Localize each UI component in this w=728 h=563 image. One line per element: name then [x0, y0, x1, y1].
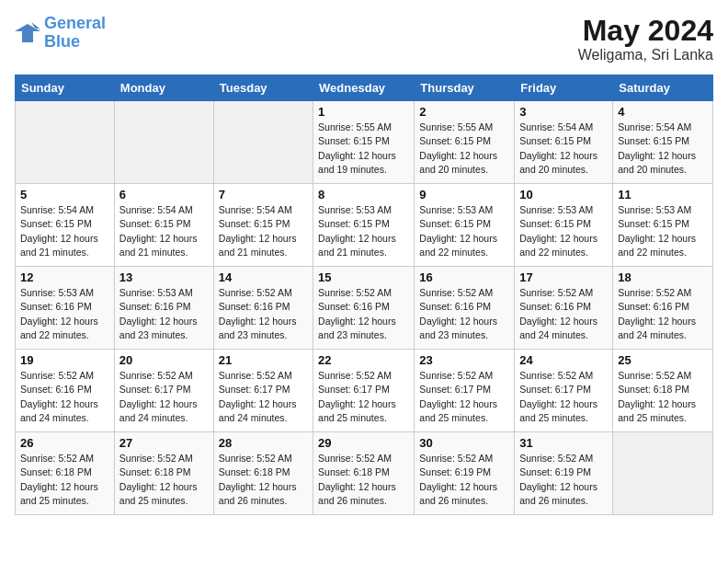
day-number: 19 [20, 353, 109, 367]
day-number: 29 [318, 436, 409, 450]
day-info: Sunrise: 5:52 AM Sunset: 6:16 PM Dayligh… [618, 286, 708, 342]
calendar-cell: 20Sunrise: 5:52 AM Sunset: 6:17 PM Dayli… [114, 350, 213, 432]
day-info: Sunrise: 5:52 AM Sunset: 6:16 PM Dayligh… [318, 286, 409, 342]
calendar-cell: 23Sunrise: 5:52 AM Sunset: 6:17 PM Dayli… [415, 350, 515, 432]
day-info: Sunrise: 5:53 AM Sunset: 6:15 PM Dayligh… [519, 203, 608, 259]
calendar-cell: 4Sunrise: 5:54 AM Sunset: 6:15 PM Daylig… [613, 101, 713, 184]
day-info: Sunrise: 5:52 AM Sunset: 6:18 PM Dayligh… [119, 452, 209, 508]
day-info: Sunrise: 5:54 AM Sunset: 6:15 PM Dayligh… [219, 203, 308, 259]
calendar-cell: 29Sunrise: 5:52 AM Sunset: 6:18 PM Dayli… [313, 432, 415, 515]
day-number: 17 [519, 270, 608, 284]
calendar-cell: 9Sunrise: 5:53 AM Sunset: 6:15 PM Daylig… [415, 184, 515, 267]
day-info: Sunrise: 5:53 AM Sunset: 6:15 PM Dayligh… [618, 203, 708, 259]
month-year-title: May 2024 [578, 15, 713, 47]
day-number: 30 [419, 436, 509, 450]
calendar-cell: 5Sunrise: 5:54 AM Sunset: 6:15 PM Daylig… [16, 184, 115, 267]
day-number: 16 [419, 270, 509, 284]
logo-icon [15, 22, 40, 44]
day-info: Sunrise: 5:52 AM Sunset: 6:16 PM Dayligh… [219, 286, 308, 342]
day-info: Sunrise: 5:52 AM Sunset: 6:17 PM Dayligh… [219, 369, 308, 425]
day-info: Sunrise: 5:52 AM Sunset: 6:17 PM Dayligh… [318, 369, 409, 425]
calendar-cell: 26Sunrise: 5:52 AM Sunset: 6:18 PM Dayli… [16, 432, 115, 515]
day-number: 8 [318, 188, 409, 201]
calendar-header-row: SundayMondayTuesdayWednesdayThursdayFrid… [16, 75, 713, 101]
logo: General Blue [15, 15, 106, 52]
day-number: 25 [618, 353, 708, 367]
calendar-week-row: 12Sunrise: 5:53 AM Sunset: 6:16 PM Dayli… [16, 267, 713, 350]
day-info: Sunrise: 5:52 AM Sunset: 6:18 PM Dayligh… [20, 452, 109, 508]
day-info: Sunrise: 5:53 AM Sunset: 6:15 PM Dayligh… [419, 203, 509, 259]
calendar-week-row: 1Sunrise: 5:55 AM Sunset: 6:15 PM Daylig… [16, 101, 713, 184]
calendar-cell: 27Sunrise: 5:52 AM Sunset: 6:18 PM Dayli… [114, 432, 213, 515]
calendar-cell [213, 101, 313, 184]
calendar-cell: 25Sunrise: 5:52 AM Sunset: 6:18 PM Dayli… [613, 350, 713, 432]
calendar-cell: 31Sunrise: 5:52 AM Sunset: 6:19 PM Dayli… [515, 432, 613, 515]
calendar-cell [16, 101, 115, 184]
weekday-header: Saturday [613, 75, 713, 101]
day-number: 9 [419, 188, 509, 201]
day-info: Sunrise: 5:54 AM Sunset: 6:15 PM Dayligh… [519, 121, 608, 177]
day-number: 4 [618, 105, 708, 119]
calendar-cell: 19Sunrise: 5:52 AM Sunset: 6:16 PM Dayli… [16, 350, 115, 432]
calendar-cell: 3Sunrise: 5:54 AM Sunset: 6:15 PM Daylig… [515, 101, 613, 184]
day-number: 23 [419, 353, 509, 367]
day-number: 26 [20, 436, 109, 450]
title-area: May 2024 Weligama, Sri Lanka [578, 15, 713, 63]
day-info: Sunrise: 5:52 AM Sunset: 6:18 PM Dayligh… [318, 452, 409, 508]
day-number: 20 [119, 353, 209, 367]
calendar-cell: 30Sunrise: 5:52 AM Sunset: 6:19 PM Dayli… [415, 432, 515, 515]
logo-line1: General [44, 14, 106, 32]
day-number: 1 [318, 105, 409, 119]
weekday-header: Monday [114, 75, 213, 101]
day-number: 7 [219, 188, 308, 201]
calendar-cell: 13Sunrise: 5:53 AM Sunset: 6:16 PM Dayli… [114, 267, 213, 350]
day-number: 31 [519, 436, 608, 450]
calendar-cell: 22Sunrise: 5:52 AM Sunset: 6:17 PM Dayli… [313, 350, 415, 432]
day-info: Sunrise: 5:52 AM Sunset: 6:18 PM Dayligh… [219, 452, 308, 508]
calendar-cell: 15Sunrise: 5:52 AM Sunset: 6:16 PM Dayli… [313, 267, 415, 350]
calendar-cell: 1Sunrise: 5:55 AM Sunset: 6:15 PM Daylig… [313, 101, 415, 184]
calendar-cell: 11Sunrise: 5:53 AM Sunset: 6:15 PM Dayli… [613, 184, 713, 267]
day-info: Sunrise: 5:52 AM Sunset: 6:16 PM Dayligh… [519, 286, 608, 342]
day-info: Sunrise: 5:54 AM Sunset: 6:15 PM Dayligh… [119, 203, 209, 259]
day-number: 22 [318, 353, 409, 367]
day-number: 11 [618, 188, 708, 201]
calendar-cell: 7Sunrise: 5:54 AM Sunset: 6:15 PM Daylig… [213, 184, 313, 267]
day-number: 5 [20, 188, 109, 201]
day-number: 27 [119, 436, 209, 450]
calendar-cell: 12Sunrise: 5:53 AM Sunset: 6:16 PM Dayli… [16, 267, 115, 350]
weekday-header: Wednesday [313, 75, 415, 101]
day-info: Sunrise: 5:54 AM Sunset: 6:15 PM Dayligh… [20, 203, 109, 259]
day-info: Sunrise: 5:52 AM Sunset: 6:19 PM Dayligh… [419, 452, 509, 508]
calendar-cell [114, 101, 213, 184]
calendar-cell: 21Sunrise: 5:52 AM Sunset: 6:17 PM Dayli… [213, 350, 313, 432]
location-subtitle: Weligama, Sri Lanka [578, 47, 713, 63]
page-header: General Blue May 2024 Weligama, Sri Lank… [15, 15, 713, 63]
calendar-cell: 8Sunrise: 5:53 AM Sunset: 6:15 PM Daylig… [313, 184, 415, 267]
day-number: 3 [519, 105, 608, 119]
calendar-cell [613, 432, 713, 515]
day-info: Sunrise: 5:55 AM Sunset: 6:15 PM Dayligh… [318, 121, 409, 177]
logo-text: General Blue [44, 15, 106, 52]
calendar-cell: 6Sunrise: 5:54 AM Sunset: 6:15 PM Daylig… [114, 184, 213, 267]
day-number: 21 [219, 353, 308, 367]
day-info: Sunrise: 5:52 AM Sunset: 6:17 PM Dayligh… [419, 369, 509, 425]
day-info: Sunrise: 5:52 AM Sunset: 6:17 PM Dayligh… [119, 369, 209, 425]
calendar-cell: 2Sunrise: 5:55 AM Sunset: 6:15 PM Daylig… [415, 101, 515, 184]
calendar-cell: 14Sunrise: 5:52 AM Sunset: 6:16 PM Dayli… [213, 267, 313, 350]
day-info: Sunrise: 5:54 AM Sunset: 6:15 PM Dayligh… [618, 121, 708, 177]
weekday-header: Sunday [16, 75, 115, 101]
day-number: 14 [219, 270, 308, 284]
day-number: 28 [219, 436, 308, 450]
calendar-week-row: 19Sunrise: 5:52 AM Sunset: 6:16 PM Dayli… [16, 350, 713, 432]
calendar-table: SundayMondayTuesdayWednesdayThursdayFrid… [15, 75, 713, 515]
calendar-cell: 17Sunrise: 5:52 AM Sunset: 6:16 PM Dayli… [515, 267, 613, 350]
calendar-week-row: 26Sunrise: 5:52 AM Sunset: 6:18 PM Dayli… [16, 432, 713, 515]
day-number: 15 [318, 270, 409, 284]
day-number: 10 [519, 188, 608, 201]
calendar-week-row: 5Sunrise: 5:54 AM Sunset: 6:15 PM Daylig… [16, 184, 713, 267]
day-info: Sunrise: 5:52 AM Sunset: 6:19 PM Dayligh… [519, 452, 608, 508]
calendar-cell: 18Sunrise: 5:52 AM Sunset: 6:16 PM Dayli… [613, 267, 713, 350]
logo-line2: Blue [44, 32, 80, 51]
day-info: Sunrise: 5:55 AM Sunset: 6:15 PM Dayligh… [419, 121, 509, 177]
